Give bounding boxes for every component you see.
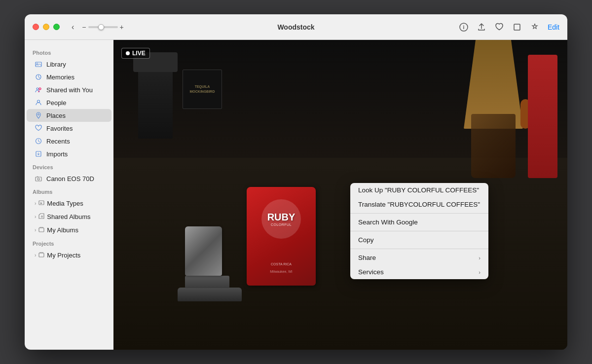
- search-google-label: Search With Google: [358, 218, 418, 226]
- crop-icon[interactable]: [512, 22, 522, 32]
- zoom-plus[interactable]: +: [120, 23, 124, 31]
- context-menu-item-translate[interactable]: Translate "RUBYCOLORFUL COFFEES": [350, 197, 488, 212]
- svg-point-9: [38, 114, 39, 115]
- context-menu-item-services[interactable]: Services ›: [350, 265, 488, 279]
- bag-logo-circle: RUBY COLORFUL: [261, 199, 301, 239]
- back-button[interactable]: ‹: [70, 22, 76, 33]
- zoom-slider[interactable]: [88, 26, 118, 28]
- svg-point-6: [37, 88, 38, 90]
- scale-body: [185, 276, 229, 288]
- info-icon[interactable]: i: [459, 22, 469, 32]
- sidebar-projects-label: Projects: [25, 237, 113, 249]
- svg-rect-12: [36, 177, 41, 181]
- context-menu: Look Up "RUBY COLORFUL COFFEES" Translat…: [350, 183, 488, 279]
- titlebar-nav: ‹ − +: [70, 22, 124, 33]
- live-badge: LIVE: [121, 48, 150, 59]
- sidebar-item-imports-label: Imports: [46, 150, 68, 158]
- people-icon: [35, 99, 42, 107]
- minimize-button[interactable]: [43, 24, 49, 30]
- photo-area: TEQUILAMOCKINGBIRD R: [113, 40, 567, 350]
- colorful-text: COLORFUL: [267, 223, 296, 226]
- edit-button[interactable]: Edit: [548, 23, 559, 31]
- sidebar-item-places-label: Places: [46, 112, 66, 119]
- services-label: Services: [358, 268, 384, 276]
- svg-text:i: i: [463, 25, 464, 30]
- my-albums-icon: [38, 226, 45, 234]
- sidebar: Photos Library Me: [25, 40, 113, 350]
- main-content: Photos Library Me: [25, 40, 567, 350]
- chevron-icon: ›: [35, 201, 36, 206]
- close-button[interactable]: [33, 24, 39, 30]
- my-projects-icon: [38, 251, 45, 259]
- sidebar-item-media-types[interactable]: › Media Types: [27, 197, 111, 210]
- titlebar: ‹ − + Woodstock i: [25, 14, 567, 40]
- sidebar-item-places[interactable]: Places: [27, 109, 111, 122]
- sidebar-item-shared-with-you[interactable]: Shared with You: [27, 83, 111, 96]
- sidebar-item-my-albums-label: My Albums: [47, 226, 78, 234]
- places-icon: [35, 111, 42, 119]
- back-left-equip: TEQUILAMOCKINGBIRD: [128, 50, 227, 148]
- tequila-sign-container: TEQUILAMOCKINGBIRD: [183, 70, 222, 109]
- context-menu-item-look-up[interactable]: Look Up "RUBY COLORFUL COFFEES": [350, 183, 488, 197]
- sidebar-item-memories[interactable]: Memories: [27, 71, 111, 83]
- sidebar-item-my-projects[interactable]: › My Projects: [27, 249, 111, 262]
- zoom-minus[interactable]: −: [82, 23, 86, 31]
- sidebar-item-library[interactable]: Library: [27, 58, 111, 71]
- library-icon: [35, 60, 42, 68]
- shared-with-you-icon: [35, 86, 42, 94]
- sidebar-albums-label: Albums: [25, 185, 113, 197]
- main-window: ‹ − + Woodstock i: [25, 14, 567, 350]
- context-menu-item-share[interactable]: Share ›: [350, 251, 488, 265]
- sidebar-item-favorites-label: Favorites: [46, 125, 73, 132]
- sidebar-item-canon-eos-70d[interactable]: Canon EOS 70D: [27, 172, 111, 185]
- sidebar-item-library-label: Library: [46, 61, 66, 68]
- scale-platform: [178, 288, 242, 301]
- maximize-button[interactable]: [53, 24, 60, 30]
- sidebar-devices-label: Devices: [25, 160, 113, 172]
- sidebar-item-my-projects-label: My Projects: [47, 252, 80, 259]
- metal-tumbler: [185, 226, 222, 276]
- micro-text: Milwaukee, WI: [270, 270, 293, 273]
- sidebar-item-favorites[interactable]: Favorites: [27, 122, 111, 135]
- sidebar-item-recents[interactable]: Recents: [27, 135, 111, 147]
- favorites-icon: [35, 124, 42, 132]
- svg-rect-2: [514, 24, 520, 30]
- sidebar-item-canon-label: Canon EOS 70D: [46, 175, 94, 182]
- tequila-text: TEQUILAMOCKINGBIRD: [190, 84, 215, 94]
- context-menu-item-search-google[interactable]: Search With Google: [350, 215, 488, 229]
- window-title: Woodstock: [277, 23, 314, 31]
- enhance-icon[interactable]: [530, 22, 540, 32]
- origin-text: COSTA RICA: [271, 262, 292, 266]
- shared-albums-icon: [38, 213, 45, 221]
- bag-logo-text: RUBY COLORFUL: [267, 212, 296, 226]
- context-menu-separator-1: [350, 213, 488, 214]
- sidebar-item-shared-albums[interactable]: › Shared Albums: [27, 210, 111, 223]
- chevron-icon-4: ›: [35, 253, 36, 258]
- sidebar-item-recents-label: Recents: [46, 138, 70, 145]
- photo-scene: TEQUILAMOCKINGBIRD R: [113, 40, 567, 350]
- sidebar-item-people[interactable]: People: [27, 96, 111, 109]
- imports-icon: [35, 150, 42, 158]
- zoom-control: − +: [82, 23, 123, 31]
- sidebar-item-memories-label: Memories: [46, 73, 74, 81]
- share-label: Share: [358, 254, 376, 261]
- titlebar-actions: i Edit: [459, 22, 559, 32]
- sidebar-item-shared-albums-label: Shared Albums: [47, 213, 90, 220]
- sidebar-item-imports[interactable]: Imports: [27, 147, 111, 160]
- sidebar-item-people-label: People: [46, 99, 66, 107]
- favorite-icon[interactable]: [494, 22, 504, 32]
- live-dot: [126, 51, 130, 55]
- sidebar-item-my-albums[interactable]: › My Albums: [27, 223, 111, 237]
- svg-point-8: [37, 100, 40, 103]
- chevron-icon-2: ›: [35, 214, 36, 219]
- context-menu-item-copy[interactable]: Copy: [350, 233, 488, 247]
- right-red-container: [528, 55, 557, 178]
- share-icon[interactable]: [477, 22, 486, 32]
- svg-point-15: [41, 216, 43, 218]
- share-arrow-icon: ›: [479, 255, 481, 261]
- chevron-icon-3: ›: [35, 227, 36, 233]
- sidebar-item-media-types-label: Media Types: [47, 200, 83, 207]
- sidebar-photos-label: Photos: [25, 46, 113, 58]
- services-arrow-icon: ›: [479, 269, 481, 275]
- coffee-bag: RUBY COLORFUL COSTA RICA Milwaukee, WI: [247, 187, 316, 286]
